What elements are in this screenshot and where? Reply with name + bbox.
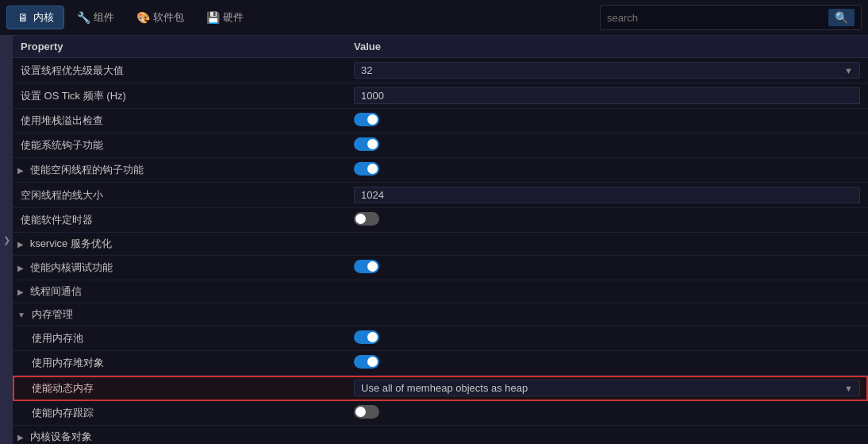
- main-content: ❯ Property Value 设置线程优先级最大值: [0, 36, 868, 444]
- tab-packages-label: 软件包: [153, 10, 184, 25]
- tab-hardware[interactable]: 💾 硬件: [197, 6, 253, 29]
- table-row: 设置线程优先级最大值 32 ▼: [13, 58, 868, 83]
- tab-components-label: 组件: [94, 10, 114, 25]
- table-row: 使能软件定时器: [13, 208, 868, 233]
- table-row: ▼ 内存管理: [13, 303, 868, 326]
- expand-icon[interactable]: ▶: [17, 166, 24, 175]
- property-cell: ▶ kservice 服务优化: [13, 233, 346, 256]
- app-container: 🖥 内核 🔧 组件 🎨 软件包 💾 硬件 🔍 ❯: [0, 0, 868, 444]
- value-cell[interactable]: 32 ▼: [346, 58, 868, 83]
- property-label: 使用堆栈溢出检查: [21, 114, 103, 126]
- value-cell[interactable]: [346, 208, 868, 233]
- toggle-switch[interactable]: [354, 260, 379, 273]
- property-label: 使用内存池: [32, 332, 83, 344]
- toggle-switch[interactable]: [354, 162, 379, 176]
- value-input[interactable]: [354, 87, 860, 104]
- value-cell[interactable]: [346, 183, 868, 208]
- value-cell[interactable]: [346, 83, 868, 109]
- select-value: Use all of memheap objects as heap: [361, 382, 528, 394]
- property-label: 设置线程优先级最大值: [21, 64, 124, 76]
- table-container[interactable]: Property Value 设置线程优先级最大值 32 ▼: [13, 36, 868, 444]
- property-label: 内核设备对象: [30, 430, 92, 442]
- chevron-down-icon: ▼: [844, 66, 853, 75]
- tab-components[interactable]: 🔧 组件: [67, 6, 124, 29]
- property-cell: ▶ 内核设备对象: [13, 426, 346, 445]
- toggle-switch[interactable]: [354, 113, 379, 126]
- toggle-switch[interactable]: [354, 212, 379, 226]
- value-cell: [346, 233, 868, 256]
- table-row: 设置 OS Tick 频率 (Hz): [13, 83, 868, 109]
- expand-icon[interactable]: ▶: [17, 288, 24, 296]
- value-cell[interactable]: [346, 401, 868, 426]
- property-label: 使能系统钩子功能: [21, 139, 103, 151]
- property-cell: 设置 OS Tick 频率 (Hz): [13, 83, 346, 109]
- property-label: 使用内存堆对象: [32, 357, 104, 369]
- table-row: 使能动态内存 Use all of memheap objects as hea…: [13, 376, 868, 401]
- property-cell: ▶ 线程间通信: [13, 280, 346, 303]
- value-cell: [346, 280, 868, 303]
- property-cell: ▶ 使能内核调试功能: [13, 256, 346, 280]
- expand-icon[interactable]: ▶: [17, 433, 24, 442]
- tab-kernel-label: 内核: [33, 10, 54, 25]
- property-cell: 使用内存堆对象: [13, 351, 346, 376]
- tab-bar: 🖥 内核 🔧 组件 🎨 软件包 💾 硬件 🔍: [0, 0, 868, 36]
- property-cell: 设置线程优先级最大值: [13, 58, 346, 83]
- property-label: 使能内核调试功能: [30, 261, 113, 273]
- property-cell: 使用堆栈溢出检查: [13, 109, 346, 133]
- property-cell: 使能动态内存: [13, 376, 346, 401]
- value-input[interactable]: [354, 187, 860, 203]
- col-value: Value: [346, 36, 868, 58]
- expand-icon[interactable]: ▶: [17, 240, 24, 249]
- table-row: 使用堆栈溢出检查: [13, 109, 868, 133]
- toggle-switch[interactable]: [354, 137, 379, 151]
- packages-icon: 🎨: [136, 11, 149, 24]
- value-cell[interactable]: Use all of memheap objects as heap ▼: [346, 376, 868, 401]
- value-cell[interactable]: [346, 158, 868, 183]
- value-cell[interactable]: [346, 351, 868, 376]
- table-row: ▶ 使能内核调试功能: [13, 256, 868, 280]
- search-button[interactable]: 🔍: [828, 9, 855, 26]
- value-cell[interactable]: [346, 256, 868, 280]
- table-row: ▶ 使能空闲线程的钩子功能: [13, 158, 868, 183]
- hardware-icon: 💾: [206, 11, 219, 24]
- toggle-switch[interactable]: [354, 355, 379, 369]
- tab-packages[interactable]: 🎨 软件包: [127, 6, 194, 29]
- search-input[interactable]: [607, 12, 828, 24]
- col-property: Property: [13, 36, 346, 58]
- property-label: 空闲线程的线大小: [21, 189, 103, 201]
- property-label: 内存管理: [32, 308, 73, 320]
- table-row: 使用内存池: [13, 326, 868, 351]
- tab-hardware-label: 硬件: [223, 10, 244, 25]
- property-label: 使能空闲线程的钩子功能: [30, 164, 144, 176]
- table-header: Property Value: [13, 36, 868, 58]
- table-row: 使能内存跟踪: [13, 401, 868, 426]
- value-cell[interactable]: [346, 133, 868, 158]
- property-label: 线程间通信: [30, 285, 82, 297]
- expand-icon[interactable]: ▼: [17, 311, 25, 319]
- property-cell: 使能软件定时器: [13, 208, 346, 233]
- property-label: 使能软件定时器: [21, 214, 93, 226]
- property-label: kservice 服务优化: [30, 237, 112, 249]
- toggle-switch[interactable]: [354, 405, 379, 419]
- toggle-switch[interactable]: [354, 330, 379, 344]
- value-cell[interactable]: [346, 326, 868, 351]
- property-cell: ▶ 使能空闲线程的钩子功能: [13, 158, 346, 183]
- tab-kernel[interactable]: 🖥 内核: [6, 6, 64, 29]
- table-row: ▶ 线程间通信: [13, 280, 868, 303]
- property-label: 使能内存跟踪: [32, 407, 94, 419]
- select-dropdown[interactable]: 32 ▼: [354, 62, 860, 79]
- property-cell: ▼ 内存管理: [13, 303, 346, 326]
- table-row: ▶ kservice 服务优化: [13, 233, 868, 256]
- collapse-arrow[interactable]: ❯: [0, 36, 13, 444]
- properties-table: Property Value 设置线程优先级最大值 32 ▼: [13, 36, 868, 444]
- kernel-icon: 🖥: [17, 11, 29, 24]
- chevron-down-icon: ▼: [844, 384, 853, 393]
- property-label: 使能动态内存: [32, 382, 94, 394]
- table-row: ▶ 内核设备对象: [13, 426, 868, 445]
- expand-icon[interactable]: ▶: [17, 264, 24, 272]
- select-dropdown[interactable]: Use all of memheap objects as heap ▼: [354, 380, 860, 396]
- value-cell[interactable]: [346, 109, 868, 133]
- search-container: 🔍: [600, 5, 862, 30]
- property-cell: 使能系统钩子功能: [13, 133, 346, 158]
- property-cell: 空闲线程的线大小: [13, 183, 346, 208]
